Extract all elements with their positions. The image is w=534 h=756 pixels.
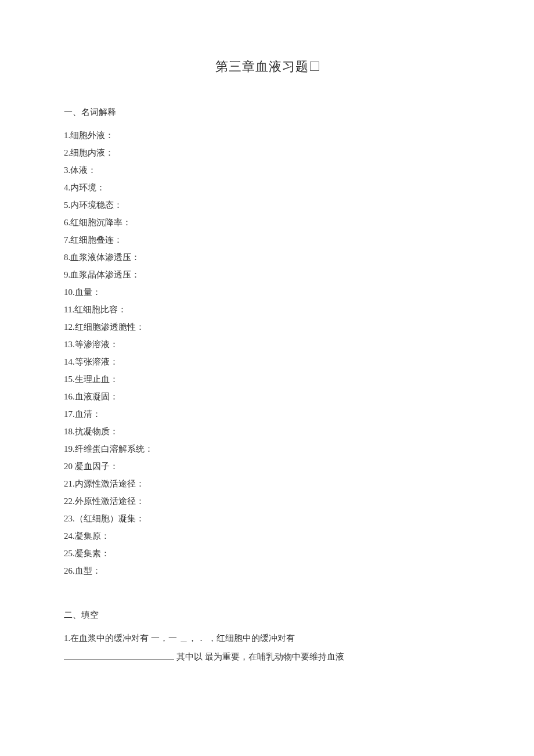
term-item: 13.等渗溶液： <box>64 336 470 353</box>
term-item: 25.凝集素： <box>64 545 470 562</box>
term-item: 8.血浆液体渗透压： <box>64 249 470 266</box>
term-item: 9.血浆晶体渗透压： <box>64 266 470 283</box>
section-2-heading: 二、填空 <box>64 606 470 624</box>
term-item: 12.红细胞渗透脆性： <box>64 318 470 336</box>
term-item: 23.（红细胞）凝集： <box>64 510 470 527</box>
page-title: 第三章血液习题 <box>64 58 470 75</box>
term-item: 3.体液： <box>64 161 470 179</box>
term-item: 1.细胞外液： <box>64 127 470 144</box>
fill-question-1-line-2: 其中以 最为重要，在哺乳动物中要维持血液 <box>64 648 470 667</box>
term-item: 11.红细胞比容： <box>64 301 470 318</box>
document-page: 第三章血液习题 一、名词解释 1.细胞外液： 2.细胞内液： 3.体液： 4.内… <box>0 0 534 701</box>
term-item: 5.内环境稳态： <box>64 196 470 214</box>
term-item: 22.外原性激活途径： <box>64 492 470 510</box>
term-item: 4.内环境： <box>64 179 470 196</box>
fill-text: ，红细胞中的缓冲对有 <box>208 633 295 643</box>
term-item: 2.细胞内液： <box>64 144 470 161</box>
fill-text: 1.在血浆中的缓冲对有 一，一 ＿，． <box>64 633 208 643</box>
term-item: 10.血量： <box>64 283 470 301</box>
term-item: 14.等张溶液： <box>64 353 470 370</box>
term-item: 6.红细胞沉降率： <box>64 214 470 231</box>
term-item: 17.血清： <box>64 405 470 423</box>
section-spacer <box>64 579 470 606</box>
fill-question-1-line-1: 1.在血浆中的缓冲对有 一，一 ＿，． ，红细胞中的缓冲对有 <box>64 629 470 648</box>
blank-underline <box>64 650 174 660</box>
term-item: 26.血型： <box>64 562 470 579</box>
term-item: 24.凝集原： <box>64 527 470 545</box>
title-text: 第三章血液习题 <box>215 59 309 74</box>
term-item: 20 凝血因子： <box>64 458 470 475</box>
fill-text: 其中以 最为重要，在哺乳动物中要维持血液 <box>176 652 344 661</box>
term-item: 19.纤维蛋白溶解系统： <box>64 440 470 458</box>
term-item: 15.生理止血： <box>64 370 470 388</box>
term-item: 21.内源性激活途径： <box>64 475 470 492</box>
placeholder-box-icon <box>310 62 319 71</box>
term-item: 7.红细胞叠连： <box>64 231 470 249</box>
term-item: 18.抗凝物质： <box>64 423 470 440</box>
term-item: 16.血液凝固： <box>64 388 470 405</box>
section-1-heading: 一、名词解释 <box>64 103 470 121</box>
